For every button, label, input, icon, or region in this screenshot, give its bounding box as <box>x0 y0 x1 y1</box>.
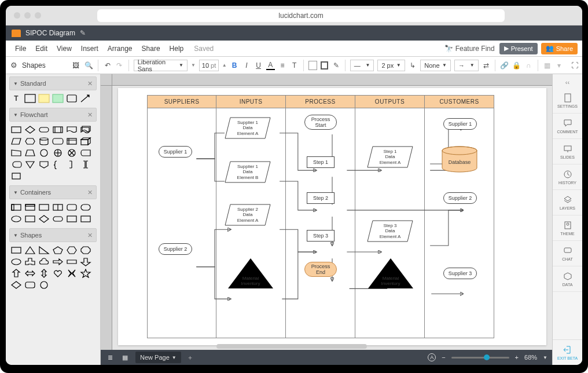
node-out3[interactable]: Step 3DataElement A <box>367 220 413 242</box>
canvas[interactable]: SUPPLIERS INPUTS PROCESS OUTPUTS CUSTOME… <box>101 74 552 350</box>
align-icon[interactable]: ≡ <box>278 61 287 70</box>
node-out1[interactable]: Step 1DataElement A <box>367 146 413 168</box>
multidoc-shape[interactable] <box>80 125 91 134</box>
node-process-end[interactable]: ProcessEnd <box>304 262 337 277</box>
lrarrow-shape[interactable] <box>24 269 36 278</box>
star-shape[interactable] <box>80 269 91 278</box>
x-shape[interactable] <box>66 269 78 278</box>
redo-icon[interactable]: ↷ <box>115 61 124 70</box>
scrollbar-horizontal[interactable] <box>216 344 367 349</box>
close-dot[interactable] <box>14 12 20 19</box>
manual-shape[interactable] <box>10 148 22 158</box>
target-icon[interactable]: A <box>428 353 436 361</box>
node-cust1[interactable]: Supplier 1 <box>443 118 477 130</box>
node-database[interactable]: Database <box>440 146 479 175</box>
ellipse-shape[interactable] <box>10 257 22 266</box>
node-cust3[interactable]: Supplier 3 <box>443 268 477 279</box>
directdata-shape[interactable] <box>52 137 64 146</box>
text-format-icon[interactable]: T <box>290 61 299 70</box>
maximize-dot[interactable] <box>35 12 41 19</box>
document-title[interactable]: SIPOC Diagram <box>25 29 75 37</box>
hex-shape[interactable] <box>24 137 36 146</box>
fullscreen-icon[interactable]: ⛶ <box>570 61 579 70</box>
italic-icon[interactable]: I <box>242 61 251 70</box>
menu-edit[interactable]: Edit <box>31 45 52 53</box>
list-icon[interactable]: ≣ <box>105 353 115 362</box>
node-step1[interactable]: Step 1 <box>307 156 335 168</box>
node-supplier2[interactable]: Supplier 2 <box>159 243 192 255</box>
line-options-icon[interactable]: ⇄ <box>482 61 491 70</box>
textblock-shape[interactable] <box>24 94 36 103</box>
font-size-input[interactable]: 10 pt <box>199 60 219 71</box>
internal-shape[interactable] <box>66 137 78 146</box>
container12[interactable] <box>80 214 91 224</box>
brace-shape[interactable] <box>52 160 64 169</box>
rail-theme[interactable]: THEME <box>553 215 582 241</box>
rename-icon[interactable]: ✎ <box>80 29 86 37</box>
zoom-out-icon[interactable]: − <box>442 354 445 361</box>
arrowr-shape[interactable] <box>52 257 64 266</box>
container9[interactable] <box>38 214 50 224</box>
rrect-shape[interactable] <box>24 280 36 290</box>
sticky-shape[interactable] <box>52 94 64 103</box>
close-icon[interactable]: ✕ <box>87 80 93 87</box>
cube-shape[interactable] <box>80 137 91 146</box>
zoom-in-icon[interactable]: + <box>515 354 519 361</box>
bold-icon[interactable]: B <box>230 61 239 70</box>
menu-share[interactable]: Share <box>137 45 165 53</box>
rail-exit-beta[interactable]: EXIT BETA <box>553 339 582 365</box>
rtriangle-shape[interactable] <box>38 246 50 255</box>
section-flowchart[interactable]: ▼ Flowchart ✕ <box>9 108 97 122</box>
font-size-up[interactable]: ▲ <box>222 63 227 68</box>
section-containers[interactable]: ▼ Containers ✕ <box>9 185 97 199</box>
rail-data[interactable]: DATA <box>553 266 582 292</box>
close-icon[interactable]: ✕ <box>87 189 93 196</box>
line-start-select[interactable]: None▼ <box>420 60 451 71</box>
rail-settings[interactable]: SETTINGS <box>553 88 582 114</box>
url-bar[interactable]: lucidchart.com <box>97 9 505 22</box>
minimize-dot[interactable] <box>24 12 31 19</box>
rail-comment[interactable]: COMMENT <box>553 114 582 139</box>
node-in1[interactable]: Supplier 1DataElement A <box>225 117 271 139</box>
database-shape[interactable] <box>38 137 50 146</box>
text-color-icon[interactable]: A <box>266 61 275 70</box>
hotspot-shape[interactable] <box>66 94 78 103</box>
circle-shape[interactable] <box>38 148 50 158</box>
container1[interactable] <box>10 203 22 212</box>
node-in2[interactable]: Supplier 1DataElement B <box>225 161 271 183</box>
present-button[interactable]: ▶ Present <box>499 43 538 54</box>
container7[interactable] <box>10 214 22 224</box>
menu-help[interactable]: Help <box>165 45 189 53</box>
magnet-icon[interactable]: ∩ <box>524 61 533 70</box>
new-page-button[interactable]: New Page ▼ <box>135 352 181 363</box>
fill-color[interactable] <box>308 61 317 70</box>
folder-icon[interactable] <box>12 30 21 37</box>
node-material-inv2[interactable]: MaterialInventory <box>366 257 416 290</box>
line-end-select[interactable]: → ▼ <box>454 60 479 71</box>
hexagon-shape[interactable] <box>66 246 78 255</box>
collapse-icon[interactable]: ‹‹ <box>553 76 582 88</box>
diamond-shape[interactable] <box>10 280 22 290</box>
predef-shape[interactable] <box>52 125 64 134</box>
container2[interactable] <box>24 203 36 212</box>
border-color[interactable] <box>321 61 328 70</box>
container3[interactable] <box>38 203 50 212</box>
octagon-shape[interactable] <box>80 246 91 255</box>
arrow-shape[interactable] <box>80 94 91 103</box>
display-shape[interactable] <box>10 160 22 169</box>
or-shape[interactable] <box>66 148 78 158</box>
node-step2[interactable]: Step 2 <box>307 192 335 204</box>
more-icon[interactable]: ▾ <box>555 61 564 70</box>
stored-shape[interactable] <box>80 148 91 158</box>
section-shapes[interactable]: ▼ Shapes ✕ <box>9 228 97 242</box>
share-button[interactable]: 👥 Share <box>541 43 578 54</box>
circle2-shape[interactable] <box>38 280 50 290</box>
rect-shape[interactable] <box>10 246 22 255</box>
link-icon[interactable]: 🔗 <box>500 61 509 70</box>
trapezoid-shape[interactable] <box>24 148 36 158</box>
font-size-down[interactable]: ▼ <box>191 63 196 68</box>
sumjunction-shape[interactable] <box>52 148 64 158</box>
menu-arrange[interactable]: Arrange <box>103 45 137 53</box>
menu-insert[interactable]: Insert <box>76 45 103 53</box>
close-icon[interactable]: ✕ <box>87 111 93 119</box>
